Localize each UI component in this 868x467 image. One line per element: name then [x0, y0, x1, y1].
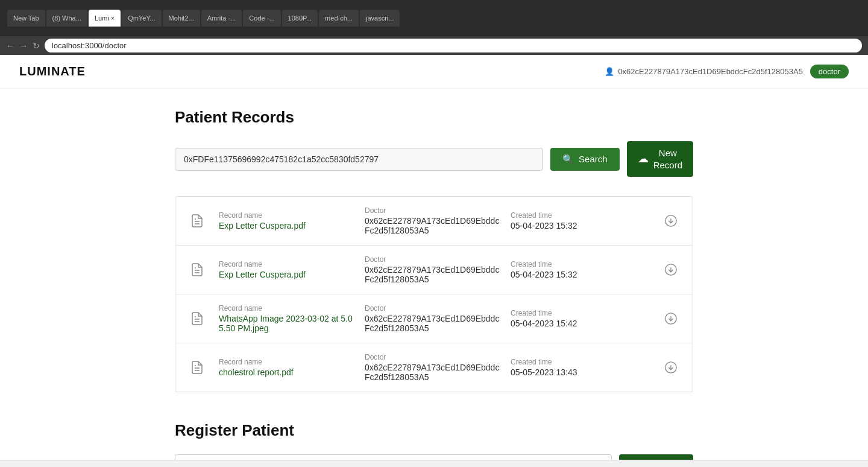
patient-search-input[interactable] [175, 148, 543, 171]
record-name-value-1: Exp Letter Cuspera.pdf [219, 270, 357, 279]
record-name-value-2: WhatsApp Image 2023-03-02 at 5.05.50 PM.… [219, 314, 357, 333]
document-icon [183, 311, 212, 326]
table-row: Record name Exp Letter Cuspera.pdf Docto… [175, 197, 693, 246]
records-table: Record name Exp Letter Cuspera.pdf Docto… [175, 196, 693, 392]
browser-bar: ← → ↻ [0, 36, 868, 55]
new-record-button[interactable]: ☁ NewRecord [627, 141, 693, 177]
tab-new-tab[interactable]: New Tab [7, 10, 45, 27]
download-button-0[interactable] [656, 214, 685, 227]
doctor-label-3: Doctor [365, 353, 503, 361]
record-name-label-1: Record name [219, 260, 357, 268]
download-button-2[interactable] [656, 312, 685, 325]
wallet-address: 👤 0x62cE227879A173cEd1D69EbddcFc2d5f1280… [605, 67, 802, 76]
created-label-3: Created time [511, 358, 649, 366]
table-row: Record name WhatsApp Image 2023-03-02 at… [175, 294, 693, 343]
created-value-2: 05-04-2023 15:42 [511, 319, 649, 328]
reload-button[interactable]: ↻ [33, 41, 40, 51]
doctor-label-0: Doctor [365, 206, 503, 215]
created-label-2: Created time [511, 309, 649, 317]
search-icon: 🔍 [562, 154, 574, 165]
created-field-0: Created time 05-04-2023 15:32 [511, 211, 649, 230]
tab-qmyey[interactable]: QmYeY... [122, 10, 161, 27]
search-row: 🔍 Search ☁ NewRecord [175, 141, 693, 177]
header-right: 👤 0x62cE227879A173cEd1D69EbddcFc2d5f1280… [605, 65, 849, 78]
tab-amrita[interactable]: Amrita -... [201, 10, 242, 27]
wallet-address-text: 0x62cE227879A173cEd1D69EbddcFc2d5f128053… [618, 67, 802, 76]
record-name-field-2: Record name WhatsApp Image 2023-03-02 at… [219, 304, 357, 333]
created-field-1: Created time 05-04-2023 15:32 [511, 260, 649, 279]
document-icon [183, 214, 212, 228]
record-name-field-3: Record name cholestrol report.pdf [219, 358, 357, 377]
tab-medch[interactable]: med-ch... [319, 10, 359, 27]
app-logo: LUMINATE [19, 65, 86, 78]
record-name-label-3: Record name [219, 358, 357, 366]
table-row: Record name Exp Letter Cuspera.pdf Docto… [175, 246, 693, 294]
bottom-scrollbar[interactable] [0, 460, 868, 467]
created-field-2: Created time 05-04-2023 15:42 [511, 309, 649, 328]
record-name-label: Record name [219, 211, 357, 220]
role-badge: doctor [810, 65, 849, 78]
created-field-3: Created time 05-05-2023 13:43 [511, 358, 649, 377]
download-button-1[interactable] [656, 263, 685, 276]
app-header: LUMINATE 👤 0x62cE227879A173cEd1D69EbddcF… [0, 55, 868, 89]
table-row: Record name cholestrol report.pdf Doctor… [175, 343, 693, 392]
tab-js[interactable]: javascri... [360, 10, 400, 27]
main-content: Patient Records 🔍 Search ☁ NewRecord [163, 89, 705, 467]
browser-chrome: New Tab (8) Wha... Lumi × QmYeY... Mohit… [0, 0, 868, 36]
tab-code[interactable]: Code -... [243, 10, 280, 27]
created-label-1: Created time [511, 260, 649, 268]
doctor-value-2: 0x62cE227879A173cEd1D69EbddcFc2d5f128053… [365, 314, 503, 333]
download-button-3[interactable] [656, 361, 685, 374]
record-name-field-1: Record name Exp Letter Cuspera.pdf [219, 260, 357, 279]
created-label-0: Created time [511, 211, 649, 220]
forward-button[interactable]: → [19, 41, 28, 51]
created-value-1: 05-04-2023 15:32 [511, 270, 649, 279]
doctor-value-3: 0x62cE227879A173cEd1D69EbddcFc2d5f128053… [365, 363, 503, 382]
cloud-upload-icon: ☁ [638, 152, 649, 166]
search-button[interactable]: 🔍 Search [550, 148, 620, 171]
back-button[interactable]: ← [6, 41, 14, 51]
record-name-value: Exp Letter Cuspera.pdf [219, 221, 357, 230]
tab-1080p[interactable]: 1080P... [282, 10, 318, 27]
doctor-field-0: Doctor 0x62cE227879A173cEd1D69EbddcFc2d5… [365, 206, 503, 235]
document-icon [183, 360, 212, 375]
browser-tabs: New Tab (8) Wha... Lumi × QmYeY... Mohit… [7, 10, 861, 27]
doctor-field-2: Doctor 0x62cE227879A173cEd1D69EbddcFc2d5… [365, 304, 503, 333]
tab-luminate[interactable]: Lumi × [89, 10, 121, 27]
search-btn-label: Search [579, 154, 608, 164]
document-icon [183, 262, 212, 277]
register-patient-title: Register Patient [175, 421, 693, 440]
record-name-label-2: Record name [219, 304, 357, 313]
doctor-value-1: 0x62cE227879A173cEd1D69EbddcFc2d5f128053… [365, 265, 503, 284]
new-record-btn-label: NewRecord [653, 147, 682, 171]
created-value-3: 05-05-2023 13:43 [511, 367, 649, 377]
doctor-label-2: Doctor [365, 304, 503, 313]
doctor-value-0: 0x62cE227879A173cEd1D69EbddcFc2d5f128053… [365, 216, 503, 235]
patient-records-title: Patient Records [175, 108, 693, 127]
record-name-field: Record name Exp Letter Cuspera.pdf [219, 211, 357, 230]
person-icon: 👤 [605, 67, 614, 76]
tab-mohit[interactable]: Mohit2... [163, 10, 200, 27]
record-name-value-3: cholestrol report.pdf [219, 367, 357, 377]
tab-whatsapp[interactable]: (8) Wha... [46, 10, 87, 27]
url-bar[interactable] [45, 39, 862, 52]
doctor-field-1: Doctor 0x62cE227879A173cEd1D69EbddcFc2d5… [365, 255, 503, 284]
doctor-label-1: Doctor [365, 255, 503, 264]
doctor-field-3: Doctor 0x62cE227879A173cEd1D69EbddcFc2d5… [365, 353, 503, 382]
created-value-0: 05-04-2023 15:32 [511, 221, 649, 230]
